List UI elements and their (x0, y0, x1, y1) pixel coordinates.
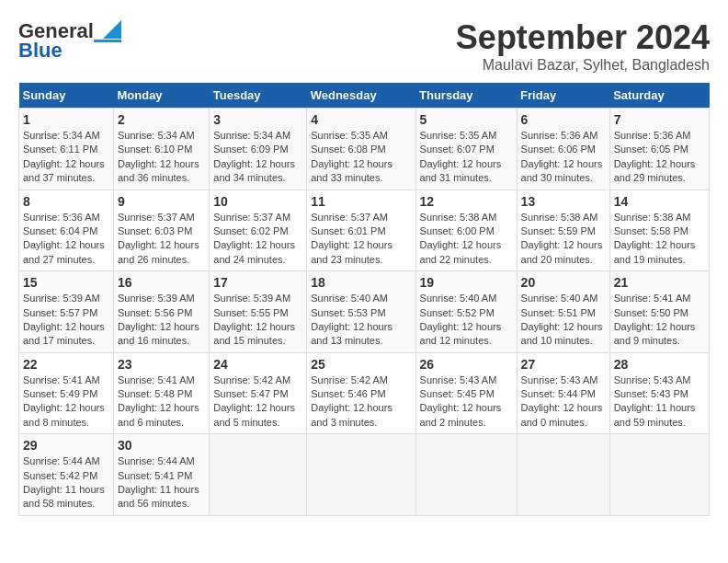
day-number: 13 (521, 194, 606, 209)
calendar-cell: 16 Sunrise: 5:39 AMSunset: 5:56 PMDaylig… (113, 271, 209, 353)
day-number: 5 (420, 112, 513, 127)
calendar-cell: 23 Sunrise: 5:41 AMSunset: 5:48 PMDaylig… (113, 352, 209, 434)
day-detail: Sunrise: 5:34 AMSunset: 6:10 PMDaylight:… (118, 129, 205, 186)
day-detail: Sunrise: 5:35 AMSunset: 6:07 PMDaylight:… (420, 129, 513, 186)
day-number: 15 (23, 275, 109, 290)
calendar-cell: 29 Sunrise: 5:44 AMSunset: 5:42 PMDaylig… (19, 434, 114, 516)
day-detail: Sunrise: 5:36 AMSunset: 6:05 PMDaylight:… (614, 129, 705, 186)
svg-rect-1 (94, 40, 121, 42)
column-header-monday: Monday (113, 83, 209, 109)
day-detail: Sunrise: 5:41 AMSunset: 5:49 PMDaylight:… (23, 373, 109, 431)
calendar-cell: 14 Sunrise: 5:38 AMSunset: 5:58 PMDaylig… (609, 190, 709, 271)
day-number: 29 (23, 438, 109, 453)
day-detail: Sunrise: 5:43 AMSunset: 5:44 PMDaylight:… (521, 373, 606, 431)
day-detail: Sunrise: 5:38 AMSunset: 6:00 PMDaylight:… (420, 211, 513, 268)
day-number: 14 (614, 194, 705, 209)
calendar-cell: 12 Sunrise: 5:38 AMSunset: 6:00 PMDaylig… (415, 190, 517, 271)
calendar-cell: 22 Sunrise: 5:41 AMSunset: 5:49 PMDaylig… (19, 352, 114, 434)
column-header-sunday: Sunday (19, 83, 114, 109)
day-number: 22 (23, 357, 109, 372)
calendar-cell: 18 Sunrise: 5:40 AMSunset: 5:53 PMDaylig… (307, 271, 415, 353)
calendar-cell: 4 Sunrise: 5:35 AMSunset: 6:08 PMDayligh… (307, 109, 415, 190)
title-area: September 2024 Maulavi Bazar, Sylhet, Ba… (456, 18, 710, 74)
day-detail: Sunrise: 5:34 AMSunset: 6:11 PMDaylight:… (23, 129, 109, 186)
calendar-title: September 2024 (456, 18, 710, 57)
column-header-friday: Friday (517, 83, 609, 109)
calendar-cell: 27 Sunrise: 5:43 AMSunset: 5:44 PMDaylig… (517, 352, 609, 434)
calendar-cell: 24 Sunrise: 5:42 AMSunset: 5:47 PMDaylig… (210, 352, 307, 434)
calendar-cell (609, 434, 709, 516)
calendar-cell: 1 Sunrise: 5:34 AMSunset: 6:11 PMDayligh… (19, 109, 114, 190)
calendar-cell: 15 Sunrise: 5:39 AMSunset: 5:57 PMDaylig… (19, 271, 114, 353)
day-number: 8 (23, 194, 109, 209)
calendar-subtitle: Maulavi Bazar, Sylhet, Bangladesh (456, 57, 710, 74)
calendar-cell: 17 Sunrise: 5:39 AMSunset: 5:55 PMDaylig… (210, 271, 307, 353)
calendar-header-row: SundayMondayTuesdayWednesdayThursdayFrid… (19, 83, 710, 109)
day-detail: Sunrise: 5:40 AMSunset: 5:53 PMDaylight:… (311, 292, 411, 349)
calendar-cell (517, 434, 609, 516)
day-number: 16 (118, 275, 205, 290)
day-detail: Sunrise: 5:37 AMSunset: 6:01 PMDaylight:… (311, 211, 411, 268)
day-number: 25 (311, 357, 411, 372)
day-number: 20 (521, 275, 606, 290)
day-number: 30 (118, 438, 205, 453)
column-header-tuesday: Tuesday (210, 83, 307, 109)
day-number: 3 (213, 112, 302, 127)
calendar-cell: 11 Sunrise: 5:37 AMSunset: 6:01 PMDaylig… (307, 190, 415, 271)
day-number: 6 (521, 112, 606, 127)
calendar-cell (415, 434, 517, 516)
svg-marker-0 (103, 20, 121, 39)
calendar-cell: 21 Sunrise: 5:41 AMSunset: 5:50 PMDaylig… (609, 271, 709, 353)
calendar-week-row: 29 Sunrise: 5:44 AMSunset: 5:42 PMDaylig… (19, 434, 710, 516)
calendar-cell: 30 Sunrise: 5:44 AMSunset: 5:41 PMDaylig… (113, 434, 209, 516)
day-detail: Sunrise: 5:43 AMSunset: 5:43 PMDaylight:… (614, 373, 705, 431)
column-header-thursday: Thursday (415, 83, 517, 109)
page-header: General Blue September 2024 Maulavi Baza… (18, 18, 710, 74)
calendar-cell: 19 Sunrise: 5:40 AMSunset: 5:52 PMDaylig… (415, 271, 517, 353)
logo: General Blue (18, 18, 121, 63)
calendar-cell: 10 Sunrise: 5:37 AMSunset: 6:02 PMDaylig… (210, 190, 307, 271)
day-number: 21 (614, 275, 705, 290)
day-detail: Sunrise: 5:44 AMSunset: 5:42 PMDaylight:… (23, 454, 109, 511)
day-detail: Sunrise: 5:41 AMSunset: 5:48 PMDaylight:… (118, 373, 205, 431)
calendar-cell: 20 Sunrise: 5:40 AMSunset: 5:51 PMDaylig… (517, 271, 609, 353)
day-number: 24 (213, 357, 302, 372)
day-detail: Sunrise: 5:37 AMSunset: 6:02 PMDaylight:… (213, 211, 302, 268)
calendar-table: SundayMondayTuesdayWednesdayThursdayFrid… (18, 83, 710, 516)
calendar-cell: 5 Sunrise: 5:35 AMSunset: 6:07 PMDayligh… (415, 109, 517, 190)
day-number: 19 (420, 275, 513, 290)
day-detail: Sunrise: 5:44 AMSunset: 5:41 PMDaylight:… (118, 454, 205, 511)
day-number: 10 (213, 194, 302, 209)
calendar-cell: 9 Sunrise: 5:37 AMSunset: 6:03 PMDayligh… (113, 190, 209, 271)
calendar-cell: 26 Sunrise: 5:43 AMSunset: 5:45 PMDaylig… (415, 352, 517, 434)
calendar-cell: 13 Sunrise: 5:38 AMSunset: 5:59 PMDaylig… (517, 190, 609, 271)
calendar-cell: 6 Sunrise: 5:36 AMSunset: 6:06 PMDayligh… (517, 109, 609, 190)
day-detail: Sunrise: 5:40 AMSunset: 5:51 PMDaylight:… (521, 292, 606, 349)
day-detail: Sunrise: 5:37 AMSunset: 6:03 PMDaylight:… (118, 211, 205, 268)
day-number: 23 (118, 357, 205, 372)
day-detail: Sunrise: 5:40 AMSunset: 5:52 PMDaylight:… (420, 292, 513, 349)
day-detail: Sunrise: 5:39 AMSunset: 5:55 PMDaylight:… (213, 292, 302, 349)
calendar-week-row: 8 Sunrise: 5:36 AMSunset: 6:04 PMDayligh… (19, 190, 710, 271)
calendar-week-row: 15 Sunrise: 5:39 AMSunset: 5:57 PMDaylig… (19, 271, 710, 353)
calendar-cell: 8 Sunrise: 5:36 AMSunset: 6:04 PMDayligh… (19, 190, 114, 271)
day-number: 26 (420, 357, 513, 372)
day-number: 2 (118, 112, 205, 127)
day-number: 11 (311, 194, 411, 209)
day-detail: Sunrise: 5:42 AMSunset: 5:47 PMDaylight:… (213, 373, 302, 431)
day-number: 27 (521, 357, 606, 372)
calendar-cell: 7 Sunrise: 5:36 AMSunset: 6:05 PMDayligh… (609, 109, 709, 190)
day-number: 12 (420, 194, 513, 209)
day-number: 28 (614, 357, 705, 372)
day-detail: Sunrise: 5:39 AMSunset: 5:57 PMDaylight:… (23, 292, 109, 349)
column-header-wednesday: Wednesday (307, 83, 415, 109)
logo-icon (94, 18, 121, 44)
day-number: 4 (311, 112, 411, 127)
calendar-cell: 3 Sunrise: 5:34 AMSunset: 6:09 PMDayligh… (210, 109, 307, 190)
calendar-cell: 28 Sunrise: 5:43 AMSunset: 5:43 PMDaylig… (609, 352, 709, 434)
calendar-cell: 25 Sunrise: 5:42 AMSunset: 5:46 PMDaylig… (307, 352, 415, 434)
day-number: 17 (213, 275, 302, 290)
calendar-cell: 2 Sunrise: 5:34 AMSunset: 6:10 PMDayligh… (113, 109, 209, 190)
day-number: 1 (23, 112, 109, 127)
day-detail: Sunrise: 5:41 AMSunset: 5:50 PMDaylight:… (614, 292, 705, 349)
